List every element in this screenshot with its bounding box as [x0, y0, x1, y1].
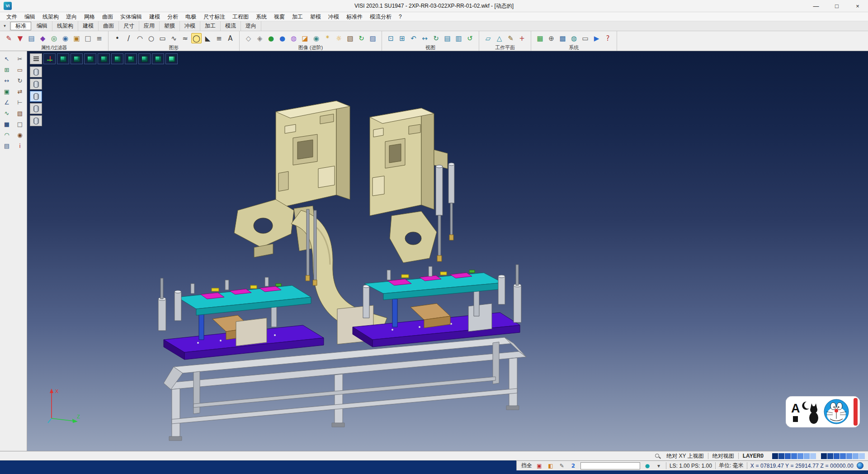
edit-prompt-icon[interactable]: ✎: [558, 462, 566, 469]
attribute-editor-icon[interactable]: ✎: [4, 33, 14, 43]
zoom-image-icon[interactable]: ◉: [311, 33, 321, 43]
copy-icon[interactable]: ▣: [1, 87, 12, 96]
chamfer-icon[interactable]: ◣: [203, 33, 213, 43]
axonometric-view-button[interactable]: [152, 53, 164, 64]
info-icon[interactable]: i: [14, 141, 25, 151]
search-icon[interactable]: [655, 453, 660, 459]
color-filter-icon[interactable]: ▼: [15, 33, 25, 43]
tab-reverse[interactable]: 逆向: [241, 21, 261, 31]
menu-wireframe[interactable]: 线架构: [39, 12, 62, 21]
maximize-button[interactable]: □: [826, 0, 847, 12]
view-preset-1-button[interactable]: [30, 66, 42, 77]
lights-icon[interactable]: ☼: [334, 33, 344, 43]
surface-icon[interactable]: ▧: [14, 109, 25, 118]
pan-view-icon[interactable]: ↔: [420, 33, 430, 43]
solid-icon[interactable]: ■: [1, 119, 12, 129]
background-icon[interactable]: ▨: [368, 33, 378, 43]
pen-color-bar[interactable]: [821, 453, 865, 459]
menu-modeling[interactable]: 建模: [146, 12, 164, 21]
layer-color-bar[interactable]: [772, 453, 816, 459]
transparency-icon[interactable]: ◍: [288, 33, 299, 43]
selection-mask-icon[interactable]: ◎: [49, 33, 59, 43]
system-info-icon[interactable]: ?: [603, 33, 613, 43]
polyline-icon[interactable]: ∿: [169, 33, 179, 43]
layer-filter-icon[interactable]: ▤: [26, 33, 37, 43]
shaded-cube-view-button[interactable]: [165, 53, 178, 64]
shaded-view-icon[interactable]: ●: [266, 33, 276, 43]
macros-icon[interactable]: ▶: [591, 33, 602, 43]
verify-icon[interactable]: ▣: [535, 462, 543, 469]
dimension-icon[interactable]: ⊢: [14, 98, 25, 107]
confirm-icon[interactable]: ●: [643, 462, 651, 469]
view-orientation-label[interactable]: 绝对 XY 上视图: [662, 452, 708, 460]
menu-mesh[interactable]: 网格: [80, 12, 99, 21]
view-preset-3-button[interactable]: [30, 91, 42, 102]
view-preset-4-button[interactable]: [30, 103, 42, 114]
active-layer-label[interactable]: LAYER0: [739, 453, 768, 459]
bottom-view-button[interactable]: [138, 53, 151, 64]
menu-analysis[interactable]: 分析: [164, 12, 182, 21]
tab-stamping[interactable]: 冲模: [180, 21, 200, 31]
tab-application[interactable]: 应用: [139, 21, 160, 31]
menu-help[interactable]: ?: [395, 12, 406, 21]
grid-icon[interactable]: ▦: [535, 33, 545, 43]
curve-icon[interactable]: ∿: [1, 109, 12, 118]
fillet-icon[interactable]: ◠: [1, 130, 12, 140]
back-view-button[interactable]: [125, 53, 137, 64]
tab-surface[interactable]: 曲面: [99, 21, 119, 31]
isolate-elements-icon[interactable]: □: [83, 33, 93, 43]
layer-manager-icon[interactable]: ▤: [1, 141, 12, 151]
select-icon[interactable]: ↖: [1, 54, 12, 64]
left-view-button[interactable]: [111, 53, 123, 64]
menu-moldflow[interactable]: 模流分析: [366, 12, 395, 21]
tab-machining[interactable]: 加工: [200, 21, 221, 31]
materials-icon[interactable]: ▧: [345, 33, 355, 43]
tab-wireframe[interactable]: 线架构: [52, 21, 78, 31]
menu-dimension[interactable]: 尺寸标注: [200, 12, 229, 21]
refresh-image-icon[interactable]: ↻: [356, 33, 367, 43]
view-menu-button[interactable]: [30, 53, 42, 64]
right-view-button[interactable]: [98, 53, 110, 64]
menu-electrode[interactable]: 电极: [182, 12, 200, 21]
zoom-window-icon[interactable]: ⊞: [397, 33, 407, 43]
filter-options-icon[interactable]: ≡: [94, 33, 104, 43]
measure-angle-icon[interactable]: ∠: [1, 98, 12, 107]
move-icon[interactable]: ↔: [1, 76, 12, 85]
ellipse-icon[interactable]: ◯: [191, 33, 202, 43]
menu-surface[interactable]: 曲面: [99, 12, 117, 21]
tab-modeling[interactable]: 建模: [78, 21, 99, 31]
top-view-button[interactable]: [71, 53, 83, 64]
visibility-toggle-icon[interactable]: ◉: [60, 33, 71, 43]
named-views-icon[interactable]: ▤: [442, 33, 453, 43]
tab-moldflow[interactable]: 模流: [221, 21, 241, 31]
menu-drafting[interactable]: 工程图: [229, 12, 252, 21]
menu-system[interactable]: 系统: [252, 12, 270, 21]
workplane-edit-icon[interactable]: ✎: [505, 33, 516, 43]
globe-icon[interactable]: [857, 462, 863, 469]
type-filter-icon[interactable]: ◆: [38, 33, 48, 43]
workplane-indicator-icon[interactable]: ◧: [547, 462, 555, 469]
offset-curve-icon[interactable]: ≡: [214, 33, 224, 43]
wireframe-view-icon[interactable]: ◇: [243, 33, 254, 43]
tab-molding[interactable]: 塑膜: [160, 21, 180, 31]
minimize-button[interactable]: —: [806, 0, 826, 12]
printer-icon[interactable]: ▭: [580, 33, 590, 43]
text-icon[interactable]: A: [225, 33, 236, 43]
mirror-icon[interactable]: ⇄: [14, 87, 25, 96]
menu-window[interactable]: 视窗: [270, 12, 288, 21]
axes-toggle-button[interactable]: [43, 53, 56, 64]
calculator-icon[interactable]: ▩: [557, 33, 568, 43]
workplane-standard-icon[interactable]: ▱: [483, 33, 493, 43]
erase-icon[interactable]: ▭: [14, 65, 25, 75]
annotation-2d-icon[interactable]: 2: [569, 462, 577, 469]
viewports-icon[interactable]: ▥: [453, 33, 464, 43]
shell-icon[interactable]: □: [14, 119, 25, 129]
command-input[interactable]: [580, 462, 640, 469]
rectangle-icon[interactable]: ▭: [157, 33, 168, 43]
tab-standard[interactable]: 标准: [10, 22, 31, 30]
menu-edit[interactable]: 编辑: [21, 12, 39, 21]
dynamic-section-icon[interactable]: ◪: [300, 33, 310, 43]
chevron-down-icon[interactable]: ▾: [655, 462, 663, 469]
trim-icon[interactable]: ✂: [14, 54, 25, 64]
view-preset-5-button[interactable]: [30, 115, 42, 126]
